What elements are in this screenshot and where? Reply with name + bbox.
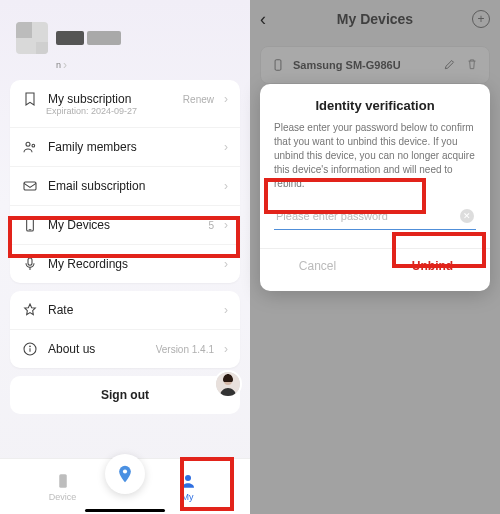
tab-label: My	[182, 492, 194, 502]
password-field-wrapper: ✕	[274, 203, 476, 230]
row-my-devices[interactable]: My Devices 5 ›	[10, 206, 240, 245]
version-text: Version 1.4.1	[156, 344, 214, 355]
family-icon	[22, 139, 38, 155]
home-indicator	[85, 509, 165, 512]
chevron-right-icon: ›	[224, 92, 228, 106]
support-avatar[interactable]	[214, 370, 242, 398]
chevron-right-icon: ›	[224, 257, 228, 271]
svg-point-12	[123, 469, 127, 473]
label: Email subscription	[48, 179, 214, 193]
expiration-text: Expiration: 2024-09-27	[46, 106, 137, 116]
label: About us	[48, 342, 146, 356]
tab-location[interactable]	[105, 454, 145, 494]
avatar	[16, 22, 48, 54]
profile-subtext: n›	[56, 58, 250, 72]
unbind-button[interactable]: Unbind	[375, 249, 490, 283]
label: Rate	[48, 303, 214, 317]
chevron-right-icon: ›	[224, 218, 228, 232]
device-count: 5	[208, 220, 214, 231]
device-icon	[22, 217, 38, 233]
clear-input-button[interactable]: ✕	[460, 209, 474, 223]
modal-actions: Cancel Unbind	[260, 248, 490, 283]
svg-rect-11	[59, 474, 67, 488]
row-email-sub[interactable]: Email subscription ›	[10, 167, 240, 206]
label: My Devices	[48, 218, 198, 232]
row-about[interactable]: About us Version 1.4.1 ›	[10, 330, 240, 368]
svg-point-0	[26, 142, 30, 146]
svg-point-13	[185, 475, 191, 481]
svg-point-8	[30, 346, 31, 347]
identity-verification-modal: Identity verification Please enter your …	[260, 84, 490, 291]
profile-row[interactable]	[0, 0, 250, 64]
star-icon	[22, 302, 38, 318]
row-recordings[interactable]: My Recordings ›	[10, 245, 240, 283]
tab-bar: Device My	[0, 458, 250, 514]
svg-point-1	[32, 144, 35, 147]
device-tab-icon	[54, 472, 72, 490]
chevron-right-icon: ›	[224, 140, 228, 154]
label: My Recordings	[48, 257, 214, 271]
renew-label: Renew	[183, 94, 214, 105]
row-rate[interactable]: Rate ›	[10, 291, 240, 330]
location-icon	[115, 464, 135, 484]
password-input[interactable]	[276, 210, 454, 222]
info-icon	[22, 341, 38, 357]
cancel-button[interactable]: Cancel	[260, 249, 375, 283]
modal-body: Please enter your password below to conf…	[274, 121, 476, 191]
menu-card-1: My subscription Renew › Expiration: 2024…	[10, 80, 240, 283]
mail-icon	[22, 178, 38, 194]
person-icon	[179, 472, 197, 490]
profile-name	[56, 31, 121, 45]
row-subscription[interactable]: My subscription Renew › Expiration: 2024…	[10, 80, 240, 128]
signout-button[interactable]: Sign out	[10, 376, 240, 414]
label: Family members	[48, 140, 214, 154]
tab-label: Device	[49, 492, 77, 502]
signout-label: Sign out	[101, 388, 149, 402]
chevron-right-icon: ›	[224, 342, 228, 356]
chevron-right-icon: ›	[224, 179, 228, 193]
row-family[interactable]: Family members ›	[10, 128, 240, 167]
mic-icon	[22, 256, 38, 272]
bookmark-icon	[22, 91, 38, 107]
menu-card-2: Rate › About us Version 1.4.1 ›	[10, 291, 240, 368]
chevron-right-icon: ›	[224, 303, 228, 317]
tab-device[interactable]: Device	[33, 472, 93, 502]
settings-screen: n› My subscription Renew › Expiration: 2…	[0, 0, 250, 514]
svg-rect-2	[24, 182, 36, 190]
svg-rect-5	[28, 258, 32, 265]
label: My subscription	[48, 92, 173, 106]
modal-title: Identity verification	[274, 98, 476, 113]
devices-screen: ‹ My Devices + Samsung SM-G986U Identity…	[250, 0, 500, 514]
tab-my[interactable]: My	[158, 472, 218, 502]
